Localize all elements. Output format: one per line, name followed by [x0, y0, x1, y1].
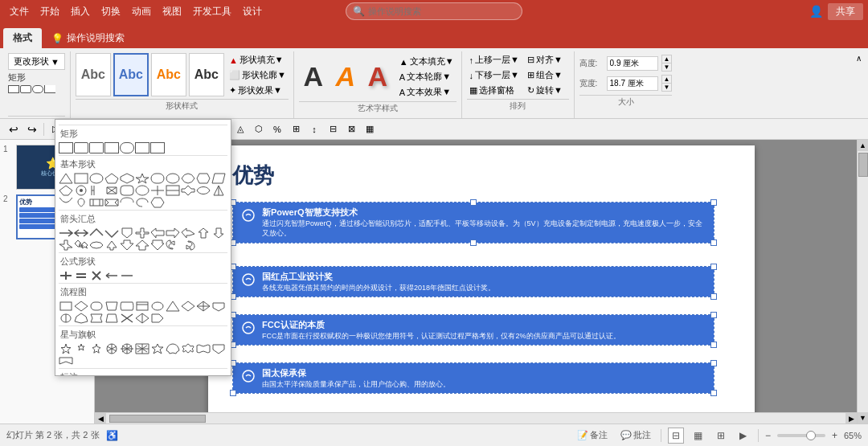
flow-10[interactable] — [196, 301, 211, 312]
arrow-10[interactable] — [196, 227, 211, 239]
tab-format[interactable]: 格式 — [3, 28, 42, 48]
star-1[interactable] — [59, 343, 73, 354]
shape-basic-11[interactable] — [211, 173, 226, 184]
shape-outline-btn[interactable]: ⬜ 形状轮廓▼ — [227, 68, 289, 82]
text-fill-btn[interactable]: ▲ 文本填充▼ — [397, 55, 457, 68]
view-present-btn[interactable]: ▶ — [735, 428, 751, 444]
menu-insert[interactable]: 插入 — [66, 3, 95, 20]
shape-basic-22[interactable] — [211, 185, 226, 196]
arrow-1[interactable] — [59, 227, 73, 239]
flow-6[interactable] — [135, 301, 149, 312]
menu-file[interactable]: 文件 — [5, 3, 34, 20]
shape-basic-23[interactable] — [59, 197, 73, 208]
width-stepper[interactable]: ▲ ▼ — [661, 75, 673, 92]
shape-basic-7[interactable] — [150, 173, 165, 184]
art-A3[interactable]: A — [363, 63, 392, 90]
star-11[interactable] — [211, 343, 226, 354]
star-5[interactable] — [120, 343, 134, 354]
shape-fill-btn[interactable]: ▲ 形状填充▼ — [227, 53, 289, 67]
shape-basic-4[interactable] — [104, 173, 119, 184]
star-6[interactable] — [135, 343, 149, 354]
ribbon-collapse-btn[interactable]: ∧ — [852, 51, 865, 64]
slide-box-2[interactable]: 国红点工业设计奖 各线充电器凭借其简约的时尚的外观设计，获得2018年德国红点设… — [233, 267, 714, 297]
shape-rect-5[interactable] — [120, 142, 134, 153]
scroll-up-btn[interactable]: ▲ — [858, 140, 869, 151]
shape-basic-8[interactable] — [166, 173, 180, 184]
abc-btn-3[interactable]: Abc — [151, 53, 186, 96]
star-10[interactable] — [196, 343, 211, 354]
arrow-8[interactable] — [166, 227, 180, 239]
star-9[interactable] — [181, 343, 195, 354]
arrow-20[interactable] — [181, 239, 195, 251]
view-normal-btn[interactable]: ⊟ — [668, 428, 684, 444]
star-7[interactable] — [150, 343, 165, 354]
shape-rect-6[interactable] — [135, 142, 149, 153]
scroll-thumb-v[interactable] — [858, 153, 868, 177]
flow-12[interactable] — [59, 313, 73, 324]
shape-basic-1[interactable] — [59, 173, 73, 184]
shape-rect-7[interactable] — [150, 142, 165, 153]
flow-8[interactable] — [166, 301, 180, 312]
shape-basic-14[interactable] — [89, 185, 104, 196]
abc-btn-1[interactable]: Abc — [76, 53, 111, 96]
width-input[interactable] — [607, 76, 658, 91]
shape-basic-19[interactable] — [166, 185, 180, 196]
shape-basic-5[interactable] — [120, 173, 134, 184]
toolbar-btn-17[interactable]: ⊠ — [342, 121, 360, 137]
toolbar-undo[interactable]: ↩ — [5, 121, 23, 137]
shape-basic-28[interactable] — [135, 197, 149, 208]
arrow-7[interactable] — [150, 227, 165, 239]
slide-box-3[interactable]: FCC认证的本质 FCC是市面在行授权赋权的一种极识您使用符号，认证测试过程严格… — [233, 315, 714, 346]
toolbar-btn-13[interactable]: % — [268, 121, 286, 137]
eq-2[interactable] — [74, 270, 88, 281]
toolbar-btn-15[interactable]: ↕ — [305, 121, 323, 137]
star-8[interactable] — [166, 343, 180, 354]
zoom-in-btn[interactable]: + — [832, 430, 837, 441]
view-slide-btn[interactable]: ▦ — [690, 428, 706, 444]
shape-basic-26[interactable] — [104, 197, 119, 208]
shape-rect-2[interactable] — [74, 142, 88, 153]
flow-9[interactable] — [181, 301, 195, 312]
flow-1[interactable] — [59, 301, 73, 312]
toolbar-btn-11[interactable]: ◬ — [231, 121, 249, 137]
selection-pane-btn[interactable]: ▦选择窗格 — [467, 84, 522, 97]
toolbar-btn-14[interactable]: ⊞ — [287, 121, 305, 137]
shape-basic-6[interactable] — [135, 173, 149, 184]
slide-box-4[interactable]: 国太保承保 由国太平洋保险质量承保产品，让用户信心购、用的放心。 — [233, 363, 714, 394]
tab-search[interactable]: 💡 操作说明搜索 — [42, 28, 134, 48]
arrow-14[interactable] — [89, 239, 104, 251]
menu-animation[interactable]: 动画 — [127, 3, 156, 20]
shape-basic-21[interactable] — [196, 185, 211, 196]
shape-basic-15[interactable] — [104, 185, 119, 196]
flow-11[interactable] — [211, 301, 226, 312]
arrow-19[interactable] — [166, 239, 180, 251]
shape-basic-10[interactable] — [196, 173, 211, 184]
shape-rect-4[interactable] — [104, 142, 119, 153]
abc-btn-2[interactable]: Abc — [113, 53, 149, 96]
shape-basic-16[interactable] — [120, 185, 134, 196]
arrow-11[interactable] — [211, 227, 226, 239]
move-up-btn[interactable]: ↑上移一层▼ — [467, 53, 522, 67]
change-shape-button[interactable]: 更改形状 ▼ — [8, 53, 65, 70]
art-A1[interactable]: A — [299, 63, 328, 90]
menu-devtools[interactable]: 开发工具 — [188, 3, 236, 20]
shape-basic-13[interactable] — [74, 185, 88, 196]
shape-basic-29[interactable] — [150, 197, 165, 208]
arrow-18[interactable] — [150, 239, 165, 251]
flow-14[interactable] — [89, 313, 104, 324]
menu-start[interactable]: 开始 — [35, 3, 64, 20]
shape-basic-18[interactable] — [150, 185, 165, 196]
arrow-5[interactable] — [120, 227, 134, 239]
flow-13[interactable] — [74, 313, 88, 324]
shape-basic-3[interactable] — [89, 173, 104, 184]
toolbar-btn-12[interactable]: ⬡ — [250, 121, 268, 137]
group-btn[interactable]: ⊞组合▼ — [525, 68, 565, 82]
star-2[interactable] — [74, 343, 88, 354]
note-button[interactable]: 📝 备注 — [574, 428, 611, 443]
eq-3[interactable] — [89, 270, 104, 281]
arrow-2[interactable] — [74, 227, 88, 239]
flow-3[interactable] — [89, 301, 104, 312]
star-4[interactable] — [104, 343, 119, 354]
arrow-12[interactable] — [59, 239, 73, 251]
shape-basic-25[interactable] — [89, 197, 104, 208]
